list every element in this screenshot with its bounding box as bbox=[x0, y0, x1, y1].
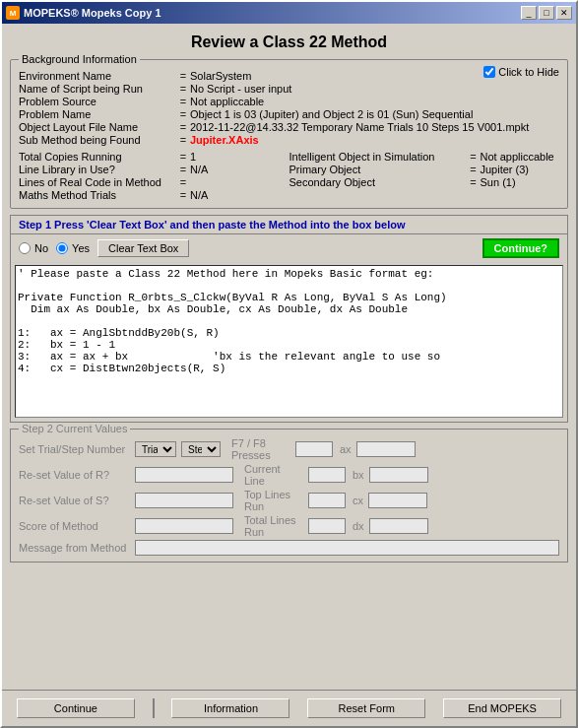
info-row-eq: = bbox=[176, 108, 190, 120]
step2-box: Step 2 Current Values Set Trial/Step Num… bbox=[10, 429, 568, 563]
step-dropdown[interactable]: Step bbox=[181, 441, 221, 457]
total-lines-label: Total Lines Run bbox=[244, 514, 303, 538]
continue-step1-button[interactable]: Continue? bbox=[482, 238, 559, 258]
current-line-input[interactable] bbox=[308, 467, 346, 483]
two-col-right-label: Secondary Object bbox=[289, 176, 467, 188]
info-row-value: 2012-11-22@14.33.32 Temporary Name Trial… bbox=[190, 121, 559, 133]
dx-label: dx bbox=[353, 520, 364, 532]
two-col-left-value: 1 bbox=[190, 151, 289, 163]
reset-form-button[interactable]: Reset Form bbox=[307, 698, 425, 718]
dx-input[interactable] bbox=[369, 518, 428, 534]
bx-label: bx bbox=[353, 469, 364, 481]
two-col-right-eq: = bbox=[467, 164, 481, 175]
info-row-label: Problem Source bbox=[19, 96, 176, 107]
info-row-value: Jupiter.XAxis bbox=[190, 134, 559, 146]
cx-input[interactable] bbox=[368, 493, 427, 508]
clear-text-box-button[interactable]: Clear Text Box bbox=[97, 239, 189, 257]
message-row: Message from Method bbox=[19, 540, 559, 556]
maximize-button[interactable]: □ bbox=[539, 6, 554, 20]
two-col-right-eq: = bbox=[467, 151, 481, 163]
reset-s-input[interactable] bbox=[135, 493, 233, 508]
f7f8-label: F7 / F8 Presses bbox=[231, 437, 290, 461]
information-button[interactable]: Information bbox=[171, 698, 289, 718]
two-col-left-label: Line Library in Use? bbox=[19, 164, 176, 175]
footer-divider1 bbox=[153, 698, 155, 718]
end-mopeks-button[interactable]: End MOPEKS bbox=[443, 698, 561, 718]
current-line-label: Current Line bbox=[244, 463, 303, 487]
info-row-eq: = bbox=[176, 96, 190, 107]
set-trial-label: Set Trial/Step Number bbox=[19, 443, 132, 455]
step2-row3: Re-set Value of S? Top Lines Run cx bbox=[19, 489, 559, 512]
info-row: Name of Script being Run = No Script - u… bbox=[19, 83, 559, 95]
radio-yes-label: Yes bbox=[72, 242, 90, 254]
two-col-left-eq: = bbox=[176, 151, 190, 163]
message-input[interactable] bbox=[135, 540, 559, 556]
top-lines-input[interactable] bbox=[308, 493, 346, 508]
two-col-left: Lines of Real Code in Method = bbox=[19, 176, 289, 188]
step2-row4: Score of Method Total Lines Run dx bbox=[19, 514, 559, 538]
step2-row2: Re-set Value of R? Current Line bx bbox=[19, 463, 559, 487]
info-rows: Environment Name = SolarSystem Name of S… bbox=[19, 70, 559, 146]
info-row: Problem Name = Object 1 is 03 (Jupiter) … bbox=[19, 108, 559, 120]
two-col-right: Intelligent Object in Simulation = Not a… bbox=[289, 151, 560, 163]
info-row-value: Object 1 is 03 (Jupiter) and Object 2 is… bbox=[190, 108, 559, 120]
two-col-right-eq: = bbox=[467, 176, 481, 188]
two-col-right-label: Intelligent Object in Simulation bbox=[289, 151, 467, 163]
info-row-value: Not appliccable bbox=[190, 96, 559, 107]
total-lines-input[interactable] bbox=[308, 518, 346, 534]
two-col-left-label: Total Copies Running bbox=[19, 151, 176, 163]
info-row-label: Problem Name bbox=[19, 108, 176, 120]
two-col-row: Maths Method Trials = N/A bbox=[19, 189, 559, 201]
code-textarea[interactable] bbox=[15, 265, 563, 418]
click-to-hide-checkbox[interactable] bbox=[483, 66, 495, 78]
two-col-right-value: Jupiter (3) bbox=[481, 164, 560, 175]
two-col-right bbox=[289, 189, 560, 201]
reset-s-label: Re-set Value of S? bbox=[19, 495, 132, 506]
two-col-right: Secondary Object = Sun (1) bbox=[289, 176, 560, 188]
two-col-left-value: N/A bbox=[190, 189, 289, 201]
continue-button[interactable]: Continue bbox=[17, 698, 135, 718]
score-input[interactable] bbox=[135, 518, 233, 534]
radio-yes[interactable] bbox=[56, 242, 68, 254]
close-button[interactable]: ✕ bbox=[556, 6, 572, 20]
ax-label: ax bbox=[340, 443, 352, 455]
info-row-label: Object Layout File Name bbox=[19, 121, 176, 133]
radio-no[interactable] bbox=[19, 242, 31, 254]
background-info-group: Background Information Click to Hide Env… bbox=[10, 59, 568, 209]
main-window: M MOPEKS® Mopeks Copy 1 _ □ ✕ Review a C… bbox=[0, 0, 578, 728]
two-col-left: Maths Method Trials = N/A bbox=[19, 189, 289, 201]
cx-label: cx bbox=[353, 495, 363, 506]
app-icon: M bbox=[6, 6, 20, 20]
message-label: Message from Method bbox=[19, 542, 132, 554]
info-row-eq: = bbox=[176, 83, 190, 95]
info-row-eq: = bbox=[176, 134, 190, 146]
two-col-right-value: Sun (1) bbox=[481, 176, 560, 188]
two-col-left-eq: = bbox=[176, 176, 190, 188]
background-info-label: Background Information bbox=[19, 53, 140, 65]
title-bar: M MOPEKS® Mopeks Copy 1 _ □ ✕ bbox=[2, 2, 576, 24]
step1-controls: No Yes Clear Text Box Continue? bbox=[11, 234, 567, 263]
code-text-area-container bbox=[11, 263, 567, 422]
click-to-hide-label: Click to Hide bbox=[498, 66, 559, 78]
footer-buttons: Continue Information Reset Form End MOPE… bbox=[2, 690, 576, 726]
radio-yes-group: Yes bbox=[56, 242, 90, 254]
radio-no-label: No bbox=[34, 242, 48, 254]
step1-box: Step 1 Press 'Clear Text Box' and then p… bbox=[10, 215, 568, 423]
two-col-row: Line Library in Use? = N/A Primary Objec… bbox=[19, 164, 559, 175]
f7f8-input[interactable] bbox=[295, 441, 333, 457]
minimize-button[interactable]: _ bbox=[521, 6, 537, 20]
two-col-left-label: Lines of Real Code in Method bbox=[19, 176, 176, 188]
two-col-right: Primary Object = Jupiter (3) bbox=[289, 164, 560, 175]
two-col-left-value: N/A bbox=[190, 164, 289, 175]
reset-r-input[interactable] bbox=[135, 467, 233, 483]
info-row-label: Environment Name bbox=[19, 70, 176, 82]
step2-label: Step 2 Current Values bbox=[19, 423, 130, 434]
two-col-right-label: Primary Object bbox=[289, 164, 467, 175]
bx-input[interactable] bbox=[369, 467, 428, 483]
trial-dropdown[interactable]: Trial bbox=[135, 441, 176, 457]
ax-input[interactable] bbox=[356, 441, 416, 457]
step2-row1: Set Trial/Step Number Trial Step F7 / F8… bbox=[19, 437, 559, 461]
info-row: Problem Source = Not appliccable bbox=[19, 96, 559, 107]
info-row: Sub Method being Found = Jupiter.XAxis bbox=[19, 134, 559, 146]
two-col-left: Total Copies Running = 1 bbox=[19, 151, 289, 163]
